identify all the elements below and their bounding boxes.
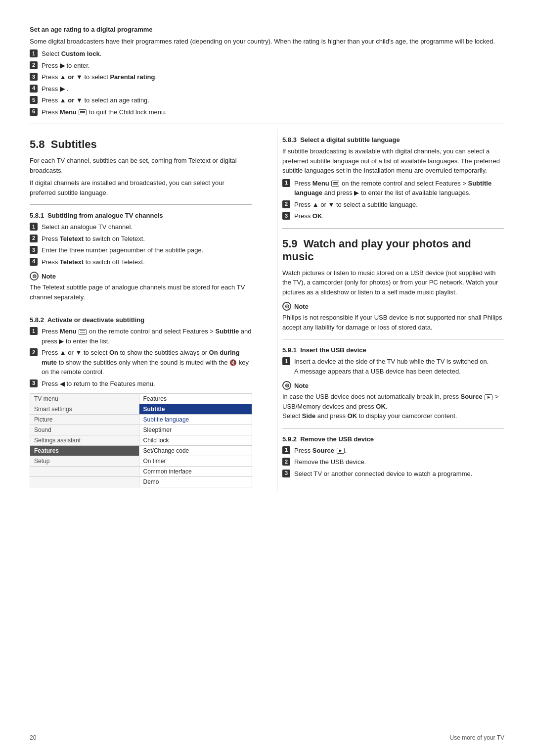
intro-steps-list: 1 Select Custom lock. 2 Press ▶ to enter… [30,49,504,117]
divider-591 [282,339,504,339]
note-59-text: Philips is not responsible if your USB d… [282,313,504,332]
step-591-1: 1 Insert a device at the side of the TV … [282,357,504,376]
page-footer: 20 Use more of your TV [30,734,504,741]
step-583-3: 3 Press OK. [282,211,504,221]
table-cell-picture: Picture [30,415,139,425]
table-row: Features Set/Change code [30,446,252,456]
table-cell-empty2 [30,477,139,487]
note-591-text: In case the USB device does not automati… [282,392,504,421]
table-row: Setup On timer [30,456,252,467]
table-cell-childlock: Child lock [139,435,252,446]
menu-icon-582 [79,329,87,335]
step-581-3: 3 Enter the three number pagenumber of t… [30,245,252,255]
table-row: Settings assistant Child lock [30,435,252,446]
table-header-col1: TV menu [30,394,139,404]
mute-icon: 🔇 [229,358,237,367]
section-592-steps: 1 Press Source . 2 Remove the USB device… [282,446,504,479]
table-cell-subtitle-lang: Subtitle language [139,415,252,425]
table-cell-settings-asst: Settings assistant [30,435,139,446]
table-cell-setchange: Set/Change code [139,446,252,456]
step-592-1: 1 Press Source . [282,446,504,456]
table-header-col2: Features [139,394,252,404]
table-cell-sound: Sound [30,425,139,435]
section-59-heading: 5.9 Watch and play your photos and music [282,237,504,263]
table-row: Demo [30,477,252,487]
right-column: 5.8.3 Select a digital subtitle language… [277,129,504,491]
note-591-label: ⊜ Note [282,381,504,390]
step-582-2: 2 Press ▲ or ▼ to select On to show the … [30,348,252,377]
table-cell-common: Common interface [139,467,252,477]
step-581-4: 4 Press Teletext to switch off Teletext. [30,257,252,267]
section-58-intro1: For each TV channel, subtitles can be se… [30,156,252,175]
table-cell-sleeptimer: Sleeptimer [139,425,252,435]
intro-step-4: 4 Press ▶ . [30,84,504,94]
section-58-intro2: If digital channels are installed and br… [30,178,252,197]
note-581: ⊜ Note The Teletext subtitle page of ana… [30,272,252,302]
divider-592 [282,428,504,428]
intro-heading: Set an age rating to a digital programme [30,25,504,35]
note-581-text: The Teletext subtitle page of analogue c… [30,283,252,302]
section-divider [30,124,504,124]
divider-581 [30,204,252,205]
table-header-row: TV menu Features [30,394,252,404]
step-582-3: 3 Press ◀ to return to the Features menu… [30,379,252,389]
menu-icon-583 [331,181,339,187]
intro-step-5: 5 Press ▲ or ▼ to select an age rating. [30,95,504,105]
divider-59 [282,228,504,229]
left-column: 5.8 Subtitles For each TV channel, subti… [30,129,257,491]
section-582-steps: 1 Press Menu on the remote control and s… [30,327,252,388]
note-59: ⊜ Note Philips is not responsible if you… [282,302,504,332]
section-592-heading: 5.9.2 Remove the USB device [282,435,504,443]
source-icon-592 [337,448,345,454]
step-583-2: 2 Press ▲ or ▼ to select a subtitle lang… [282,200,504,210]
table-cell-ontimer: On timer [139,456,252,467]
section-591-steps: 1 Insert a device at the side of the TV … [282,357,504,376]
divider-582 [30,309,252,309]
section-59-intro: Watch pictures or listen to music stored… [282,268,504,297]
table-row: Sound Sleeptimer [30,425,252,435]
section-583-para1: If subtitle broadcasting is available wi… [282,146,504,176]
section-591-heading: 5.9.1 Insert the USB device [282,346,504,354]
note-581-label: ⊜ Note [30,272,252,281]
footer-right-text: Use more of your TV [450,734,504,741]
table-cell-features: Features [30,446,139,456]
two-col-layout: 5.8 Subtitles For each TV channel, subti… [30,129,504,491]
note-59-label: ⊜ Note [282,302,504,311]
intro-para1: Some digital broadcasters have their pro… [30,37,504,47]
table-row: Smart settings Subtitle [30,404,252,415]
step-592-2: 2 Remove the USB device. [282,457,504,467]
intro-step-2: 2 Press ▶ to enter. [30,61,504,71]
section-58-heading: 5.8 Subtitles [30,138,252,151]
page-number: 20 [30,734,36,741]
step-581-1: 1 Select an analogue TV channel. [30,222,252,232]
step-592-3: 3 Select TV or another connected device … [282,469,504,479]
section-581-heading: 5.8.1 Subtitling from analogue TV channe… [30,212,252,219]
step-581-2: 2 Press Teletext to switch on Teletext. [30,234,252,244]
note-icon: ⊜ [30,272,39,281]
section-583-heading: 5.8.3 Select a digital subtitle language [282,136,504,143]
table-row: Picture Subtitle language [30,415,252,425]
page: Set an age rating to a digital programme… [0,0,534,756]
step-583-1: 1 Press Menu on the remote control and s… [282,179,504,198]
note-icon-59: ⊜ [282,302,291,311]
table-cell-setup: Setup [30,456,139,467]
table-cell-smart: Smart settings [30,404,139,415]
table-cell-demo: Demo [139,477,252,487]
note-591: ⊜ Note In case the USB device does not a… [282,381,504,421]
section-582-heading: 5.8.2 Activate or deactivate subtitling [30,316,252,324]
menu-icon [79,109,87,115]
section-581-steps: 1 Select an analogue TV channel. 2 Press… [30,222,252,267]
section-583-steps: 1 Press Menu on the remote control and s… [282,179,504,221]
intro-step-6: 6 Press Menu to quit the Child lock menu… [30,107,504,117]
note-icon-591: ⊜ [282,381,291,390]
menu-table: TV menu Features Smart settings Subtitle… [30,393,252,487]
table-cell-subtitle: Subtitle [139,404,252,415]
intro-section: Set an age rating to a digital programme… [30,25,504,117]
step-582-1: 1 Press Menu on the remote control and s… [30,327,252,346]
table-row: Common interface [30,467,252,477]
intro-step-3: 3 Press ▲ or ▼ to select Parental rating… [30,72,504,82]
source-icon [485,394,492,400]
intro-step-1: 1 Select Custom lock. [30,49,504,59]
table-cell-empty1 [30,467,139,477]
